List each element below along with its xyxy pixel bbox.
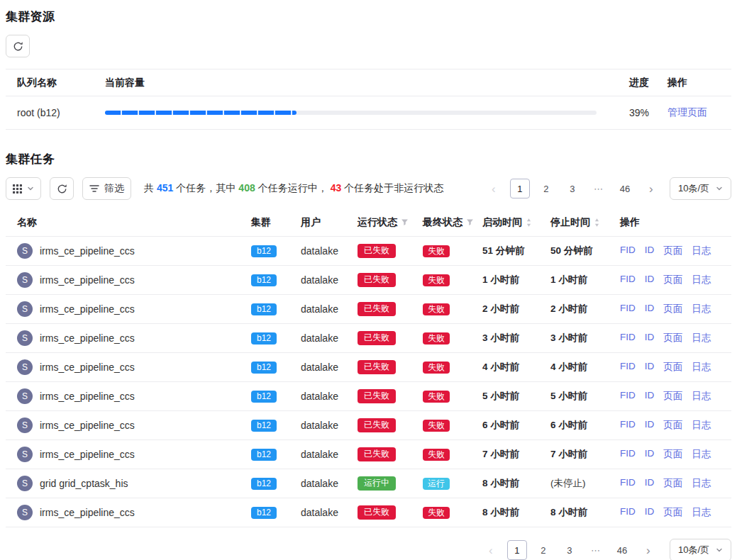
fid-link[interactable]: FID [620,390,636,403]
log-link[interactable]: 日志 [692,448,711,461]
page-link[interactable]: 页面 [663,274,682,286]
manage-page-link[interactable]: 管理页面 [667,106,707,118]
fid-link[interactable]: FID [620,274,636,286]
final-status-badge: 失败 [423,303,450,316]
fid-link[interactable]: FID [620,506,636,519]
id-link[interactable]: ID [645,274,655,286]
task-row: Sirms_ce_pipeline_ccs b12 datalake 已失败 失… [6,440,731,469]
run-status-badge: 已失败 [358,389,396,403]
resources-refresh-button[interactable] [6,35,30,57]
pagination-page-2[interactable]: 2 [536,179,556,198]
task-name: irms_ce_pipeline_ccs [40,332,135,344]
start-time: 6 小时前 [482,419,550,432]
cluster-badge: b12 [251,478,277,491]
tasks-table: 名称 集群 用户 运行状态 最终状态 启动时间 停止时间 操作 Sirms_ce… [6,208,731,527]
pagination-prev: ‹ [484,179,504,198]
log-link[interactable]: 日志 [692,390,711,403]
pagination-page-2[interactable]: 2 [533,540,553,560]
start-time: 4 小时前 [482,361,550,374]
header-start-time: 启动时间 [482,216,522,229]
id-link[interactable]: ID [645,303,655,315]
cluster-badge: b12 [251,332,277,345]
fid-link[interactable]: FID [620,448,636,461]
pagination-page-1[interactable]: 1 [510,179,530,198]
sort-icon[interactable] [594,218,600,228]
pagination-prev: ‹ [481,540,501,560]
pagination-page-3[interactable]: 3 [563,179,582,198]
stop-time: 5 小时前 [550,390,620,403]
fid-link[interactable]: FID [620,332,636,345]
log-link[interactable]: 日志 [692,419,711,432]
task-row: Sirms_ce_pipeline_ccs b12 datalake 已失败 失… [6,411,731,440]
page-link[interactable]: 页面 [663,361,682,374]
pagination-page-46[interactable]: 46 [615,179,635,198]
avatar: S [17,418,33,433]
log-link[interactable]: 日志 [692,245,711,257]
id-link[interactable]: ID [645,477,655,490]
fid-link[interactable]: FID [620,419,636,432]
pagination-ellipsis[interactable]: ⋯ [589,179,609,198]
tasks-refresh-button[interactable] [50,177,74,200]
task-name: irms_ce_pipeline_ccs [40,245,135,257]
queue-row: root (b12) 39% 管理页面 [6,96,731,130]
fid-link[interactable]: FID [620,245,636,257]
pagination-page-46[interactable]: 46 [612,540,632,560]
page-link[interactable]: 页面 [663,448,682,461]
pagination-page-1[interactable]: 1 [507,540,527,560]
log-link[interactable]: 日志 [692,361,711,374]
avatar: S [17,301,33,317]
task-name: irms_ce_pipeline_ccs [40,362,135,373]
id-link[interactable]: ID [645,332,655,345]
cluster-badge: b12 [251,420,277,432]
chevron-down-icon [716,185,723,192]
id-link[interactable]: ID [645,419,655,432]
pagination-ellipsis[interactable]: ⋯ [586,540,606,560]
total-count: 451 [157,182,173,194]
page-size-select[interactable]: 10条/页 [670,177,731,200]
filter-button[interactable]: 筛选 [82,177,131,200]
funnel-filter-icon[interactable] [466,218,474,226]
pagination-next[interactable]: › [638,540,658,560]
log-link[interactable]: 日志 [692,303,711,315]
fid-link[interactable]: FID [620,477,636,490]
avatar: S [17,272,33,288]
log-link[interactable]: 日志 [692,477,711,490]
tasks-table-header: 名称 集群 用户 运行状态 最终状态 启动时间 停止时间 操作 [6,208,731,237]
page-link[interactable]: 页面 [663,506,682,519]
pagination-page-3[interactable]: 3 [560,540,580,560]
id-link[interactable]: ID [645,361,655,374]
stopped-count: 43 [331,182,342,194]
id-link[interactable]: ID [645,506,655,519]
stop-time: 7 小时前 [550,448,620,461]
run-status-badge: 已失败 [358,273,396,287]
log-link[interactable]: 日志 [692,332,711,345]
id-link[interactable]: ID [645,245,655,257]
page-link[interactable]: 页面 [663,477,682,490]
fid-link[interactable]: FID [620,361,636,374]
id-link[interactable]: ID [645,448,655,461]
column-settings-button[interactable] [6,177,41,200]
start-time: 8 小时前 [482,506,550,519]
header-actions: 操作 [656,77,720,89]
page-link[interactable]: 页面 [663,332,682,345]
final-status-badge: 失败 [423,362,450,374]
page-link[interactable]: 页面 [663,303,682,315]
funnel-filter-icon[interactable] [401,218,409,226]
task-name: irms_ce_pipeline_ccs [40,303,135,315]
cluster-badge: b12 [251,245,277,258]
run-status-badge: 已失败 [358,447,396,461]
page-link[interactable]: 页面 [663,419,682,432]
page-link[interactable]: 页面 [663,390,682,403]
stop-time: (未停止) [550,477,620,490]
stop-time: 2 小时前 [550,303,620,315]
page-size-select[interactable]: 10条/页 [670,539,731,560]
id-link[interactable]: ID [645,390,655,403]
fid-link[interactable]: FID [620,303,636,315]
header-stop-time: 停止时间 [550,216,590,229]
pagination-next[interactable]: › [641,179,661,198]
log-link[interactable]: 日志 [692,506,711,519]
page-link[interactable]: 页面 [663,245,682,257]
header-run-status: 运行状态 [358,216,397,229]
log-link[interactable]: 日志 [692,274,711,286]
sort-icon[interactable] [526,218,532,228]
